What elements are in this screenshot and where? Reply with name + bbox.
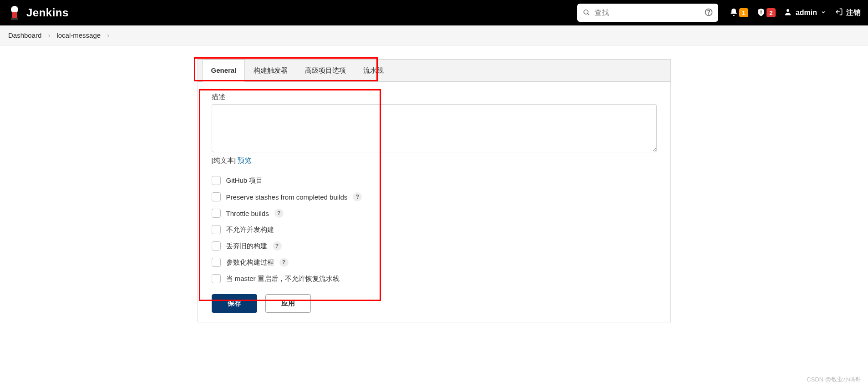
option-label: GitHub 项目 xyxy=(226,176,263,185)
option-checkbox[interactable] xyxy=(212,209,221,218)
option-label: 不允许并发构建 xyxy=(226,226,274,234)
option-label: Preserve stashes from completed builds xyxy=(226,193,348,201)
save-button[interactable]: 保存 xyxy=(212,294,257,313)
option-checkbox[interactable] xyxy=(212,225,221,234)
svg-point-9 xyxy=(787,9,789,12)
tab-2[interactable]: 高级项目选项 xyxy=(296,60,355,82)
svg-rect-7 xyxy=(761,10,761,12)
username-label: admin xyxy=(796,9,817,17)
config-tabs: General构建触发器高级项目选项流水线 xyxy=(198,60,670,82)
help-icon[interactable]: ? xyxy=(274,209,284,218)
option-label: Throttle builds xyxy=(226,210,269,217)
logout-label: 注销 xyxy=(846,8,861,18)
hint-plain-text: [纯文本] xyxy=(212,156,236,164)
logo[interactable]: Jenkins xyxy=(7,4,69,22)
chevron-right-icon: › xyxy=(48,31,50,39)
option-label: 参数化构建过程 xyxy=(226,258,274,267)
description-hint: [纯文本] 预览 xyxy=(212,156,657,165)
tab-0[interactable]: General xyxy=(203,60,245,82)
jenkins-logo-icon xyxy=(7,4,22,22)
option-checkbox[interactable] xyxy=(212,192,221,201)
options-list: GitHub 项目Preserve stashes from completed… xyxy=(212,176,657,283)
general-section: 描述 [纯文本] 预览 GitHub 项目Preserve stashes fr… xyxy=(198,82,670,288)
config-panel: General构建触发器高级项目选项流水线 描述 [纯文本] 预览 GitHub… xyxy=(198,59,671,322)
logout-icon xyxy=(834,7,843,18)
option-row: Throttle builds? xyxy=(212,209,657,218)
svg-rect-2 xyxy=(11,18,18,20)
svg-rect-1 xyxy=(12,12,17,19)
alerts-button[interactable]: 2 xyxy=(756,8,776,18)
help-icon[interactable]: ? xyxy=(279,258,289,267)
svg-point-0 xyxy=(11,6,18,13)
description-input[interactable] xyxy=(212,104,657,152)
notifications-button[interactable]: 1 xyxy=(729,8,748,18)
notif-badge: 1 xyxy=(739,8,748,17)
help-icon[interactable]: ? xyxy=(273,241,282,251)
logout-button[interactable]: 注销 xyxy=(834,7,861,18)
search-icon xyxy=(583,9,590,17)
option-row: Preserve stashes from completed builds? xyxy=(212,192,657,201)
preview-link[interactable]: 预览 xyxy=(238,156,251,164)
top-header: Jenkins 1 2 admin xyxy=(0,0,868,25)
button-row: 保存 应用 xyxy=(198,288,670,313)
user-menu[interactable]: admin xyxy=(784,8,826,18)
svg-point-6 xyxy=(708,14,709,14)
search-input[interactable] xyxy=(594,9,700,17)
breadcrumb-item[interactable]: Dashboard xyxy=(8,31,41,39)
option-row: 丢弃旧的构建? xyxy=(212,241,657,251)
svg-line-4 xyxy=(588,14,589,15)
svg-rect-8 xyxy=(761,13,761,14)
option-row: 参数化构建过程? xyxy=(212,258,657,267)
shield-icon xyxy=(756,8,766,18)
alert-badge: 2 xyxy=(766,8,776,17)
option-checkbox[interactable] xyxy=(212,274,221,283)
help-icon[interactable]: ? xyxy=(353,192,362,201)
svg-point-3 xyxy=(584,10,588,14)
chevron-right-icon: › xyxy=(107,31,109,39)
option-checkbox[interactable] xyxy=(212,176,221,185)
option-row: GitHub 项目 xyxy=(212,176,657,185)
apply-button[interactable]: 应用 xyxy=(265,294,311,313)
option-label: 丢弃旧的构建 xyxy=(226,242,267,251)
tab-3[interactable]: 流水线 xyxy=(355,60,392,82)
option-row: 不允许并发构建 xyxy=(212,225,657,234)
option-label: 当 master 重启后，不允许恢复流水线 xyxy=(226,275,340,283)
breadcrumb: Dashboard › local-message › xyxy=(0,25,868,45)
chevron-down-icon xyxy=(821,9,826,17)
option-row: 当 master 重启后，不允许恢复流水线 xyxy=(212,274,657,283)
tab-1[interactable]: 构建触发器 xyxy=(245,60,296,82)
logo-text: Jenkins xyxy=(26,6,69,19)
breadcrumb-item[interactable]: local-message xyxy=(56,31,101,39)
user-icon xyxy=(784,8,792,18)
option-checkbox[interactable] xyxy=(212,241,221,251)
option-checkbox[interactable] xyxy=(212,258,221,267)
help-icon[interactable] xyxy=(705,8,713,18)
bell-icon xyxy=(729,8,738,18)
description-label: 描述 xyxy=(212,93,657,101)
search-box[interactable] xyxy=(577,4,718,22)
